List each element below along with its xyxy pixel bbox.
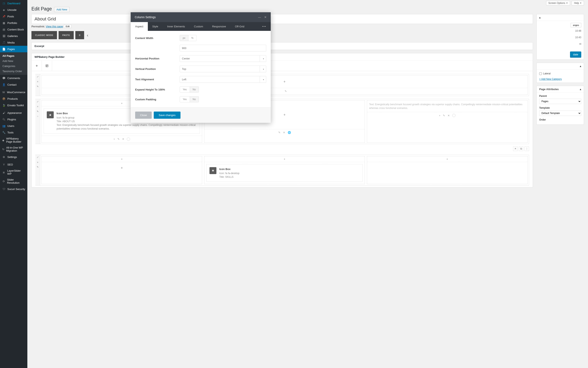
menu-tools[interactable]: 🔧Tools [0, 129, 27, 136]
custom-padding-toggle[interactable]: Yes No [180, 96, 199, 102]
classic-mode-button[interactable]: CLASSIC MODE [31, 31, 57, 39]
tab-custom[interactable]: Custom [189, 22, 208, 31]
menu-products[interactable]: 📦Products [0, 95, 27, 102]
close-button[interactable]: Close [135, 111, 152, 119]
help-button[interactable]: Help ▼ [572, 1, 584, 5]
row-more-button[interactable]: ⋮ [525, 147, 529, 151]
menu-aio-migration[interactable]: ↻All-in-One WP Migration [0, 145, 27, 154]
templates-button[interactable] [42, 61, 52, 71]
add-element-button[interactable] [32, 61, 42, 71]
post-title-input[interactable] [31, 14, 533, 24]
column-add-icon[interactable]: + [446, 157, 448, 161]
col-delete-icon[interactable]: ✕ [447, 114, 450, 117]
close-icon[interactable]: ✕ [264, 16, 267, 19]
preview-changes-button[interactable]: anges [571, 23, 581, 27]
menu-content-block[interactable]: ▤Content Block [0, 26, 27, 33]
submenu-categories[interactable]: Categories [0, 64, 27, 69]
menu-users[interactable]: 👥Users [0, 123, 27, 129]
add-new-category-link[interactable]: + Add New Category [539, 78, 562, 81]
column-edit-icon[interactable]: ✎ [285, 90, 287, 93]
col-globe-icon[interactable]: 🌐 [288, 131, 291, 134]
menu-dashboard[interactable]: ◳Dashboard [0, 0, 27, 7]
submenu-taxonomy-order[interactable]: Taxonomy Order [0, 69, 27, 74]
column-add-icon[interactable]: + [284, 157, 285, 161]
row-layout-button[interactable]: ≡ [35, 104, 40, 109]
column-add-icon[interactable]: + [121, 157, 123, 161]
menu-sucuri[interactable]: 🛡Sucuri Security [0, 186, 27, 192]
row-skin-button[interactable]: ○ [35, 114, 40, 119]
menu-settings[interactable]: ⚙Settings [0, 154, 27, 160]
menu-comments[interactable]: 💬Comments [0, 75, 27, 81]
tab-style[interactable]: Style [148, 22, 163, 31]
column-add-icon[interactable]: + [121, 102, 123, 105]
col-skin-icon[interactable] [127, 138, 130, 141]
builder-column[interactable]: + ✎ [41, 75, 527, 95]
padding-yes-option[interactable]: Yes [180, 96, 190, 102]
row-delete-button[interactable]: ✕ [513, 147, 517, 151]
unit-px-option[interactable]: px [180, 35, 188, 41]
menu-pages[interactable]: 📄Pages [0, 46, 27, 52]
screen-options-button[interactable]: Screen Options ▼ [546, 1, 570, 5]
menu-appearance[interactable]: 🖌Appearance [0, 110, 27, 116]
builder-column[interactable]: + ★ Icon Box Icon: fa fa-desktop Title: … [204, 156, 365, 184]
paste-button[interactable]: PASTE [59, 31, 74, 39]
col-add-icon[interactable]: + [114, 138, 115, 141]
content-width-input[interactable] [180, 45, 266, 52]
builder-column[interactable]: + [367, 156, 527, 184]
row-expand-button[interactable]: ⤢ [35, 155, 40, 160]
tab-inner-elements[interactable]: Inner Elements [163, 22, 189, 31]
column-add-element[interactable]: + [42, 162, 202, 174]
row-expand-button[interactable]: ⤢ [35, 74, 40, 79]
row-layout-button[interactable]: ≡ [35, 79, 40, 84]
row-edit-button[interactable]: ✎ [35, 109, 40, 114]
col-edit-icon[interactable]: ✎ [443, 114, 445, 117]
col-delete-icon[interactable]: ✕ [122, 138, 124, 141]
tab-responsive[interactable]: Responsive [208, 22, 231, 31]
menu-seo[interactable]: YSEO [0, 161, 27, 168]
minimize-icon[interactable]: — [258, 16, 261, 19]
parent-select[interactable]: Pages [539, 99, 581, 104]
undo-button[interactable]: ‹ [86, 33, 90, 37]
vertical-position-select[interactable]: Top▾ [180, 65, 266, 72]
submenu-all-pages[interactable]: All Pages [0, 53, 27, 58]
history-counter-button[interactable]: 0 [75, 31, 84, 39]
menu-envato[interactable]: 🍃Envato Toolkit [0, 102, 27, 109]
add-new-button[interactable]: Add New [54, 7, 69, 12]
metabox-toggle-icon[interactable]: ▴ [580, 88, 581, 91]
tab-off-grid[interactable]: Off-Grid [231, 22, 249, 31]
builder-column[interactable]: Text: Energistically benchmark focused g… [367, 100, 527, 143]
row-clone-button[interactable]: ⧉ [519, 147, 523, 151]
col-edit-icon[interactable]: ✎ [278, 131, 281, 134]
menu-uncode[interactable]: ◈Uncode [0, 7, 27, 13]
menu-galleries[interactable]: 🖼Galleries [0, 33, 27, 39]
update-button[interactable]: date [570, 52, 581, 57]
col-skin-icon[interactable] [452, 114, 455, 117]
menu-plugins[interactable]: 🔌Plugins [0, 116, 27, 123]
row-expand-button[interactable]: ⤢ [35, 99, 40, 104]
icon-box-element[interactable]: ★ Icon Box Icon: fa fa-desktop Title: SK… [206, 164, 363, 182]
modal-titlebar[interactable]: Column Settings — ✕ [131, 12, 271, 22]
tab-aspect[interactable]: Aspect [131, 22, 148, 31]
col-delete-icon[interactable]: ✕ [283, 131, 285, 134]
horizontal-position-select[interactable]: Center▾ [180, 55, 266, 62]
expand-yes-option[interactable]: Yes [180, 87, 190, 92]
menu-woocommerce[interactable]: WWooCommerce [0, 89, 27, 95]
column-add-element[interactable]: + [42, 76, 527, 88]
text-alignment-select[interactable]: Left▾ [180, 76, 266, 83]
metabox-toggle-icon[interactable]: ▴ [539, 16, 541, 19]
permalink-link[interactable]: View this page [46, 25, 63, 28]
permalink-edit-button[interactable]: Edit [64, 25, 71, 28]
menu-posts[interactable]: 📌Posts [0, 13, 27, 20]
tab-more-icon[interactable]: ••• [258, 25, 271, 28]
unit-percent-option[interactable]: % [188, 35, 196, 41]
builder-column[interactable]: + + [41, 156, 202, 184]
menu-portfolio[interactable]: ▦Portfolio [0, 20, 27, 26]
row-edit-button[interactable]: ✎ [35, 84, 40, 89]
save-changes-button[interactable]: Save changes [154, 111, 180, 119]
menu-wpbakery[interactable]: ◆WPBakery Page Builder [0, 136, 27, 145]
category-checkbox-lateral[interactable] [539, 72, 542, 75]
menu-layerslider[interactable]: ≣LayerSlider WP [0, 168, 27, 177]
template-select[interactable]: Default Template [539, 110, 581, 116]
menu-media[interactable]: 🎵Media [0, 39, 27, 46]
col-edit-icon[interactable]: ✎ [117, 138, 120, 141]
